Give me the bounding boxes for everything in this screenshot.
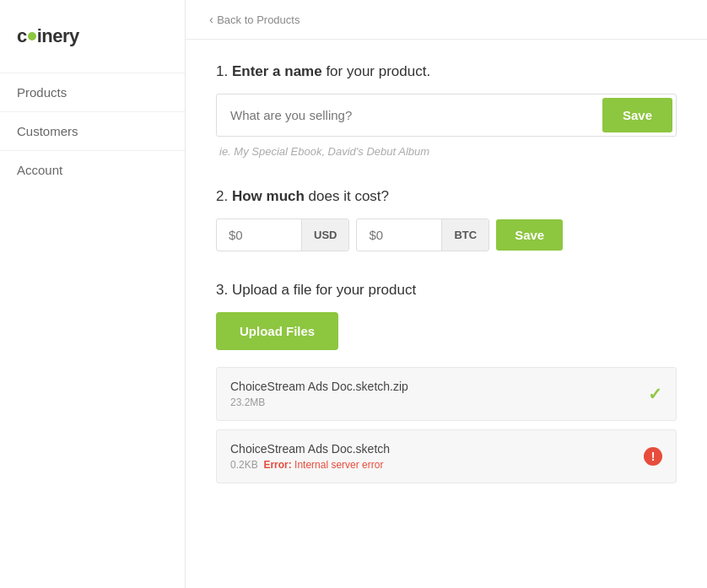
file-success-icon-0: ✓ <box>648 384 662 404</box>
step2-suffix: does it cost? <box>305 188 389 204</box>
sidebar-item-customers[interactable]: Customers <box>0 111 185 150</box>
product-name-input[interactable] <box>217 94 599 136</box>
logo-text-part2: inery <box>37 25 79 47</box>
usd-price-field: USD <box>216 218 349 251</box>
main-content: Back to Products 1. Enter a name for you… <box>186 0 707 588</box>
step1-section: 1. Enter a name for your product. Save i… <box>216 63 677 158</box>
sidebar-item-products[interactable]: Products <box>0 73 185 111</box>
sidebar: cinery Products Customers Account <box>0 0 186 588</box>
step1-suffix: for your product. <box>322 63 431 79</box>
file-error-icon-1: ! <box>644 447 662 466</box>
app-logo: cinery <box>17 25 168 47</box>
step1-heading: 1. Enter a name for your product. <box>216 63 677 80</box>
file-size-1: 0.2KB Error: Internal server error <box>230 459 644 471</box>
step1-prefix: 1. <box>216 63 232 79</box>
step3-heading: 3. Upload a file for your product <box>216 282 677 299</box>
breadcrumb-bar: Back to Products <box>186 0 707 40</box>
content-area: 1. Enter a name for your product. Save i… <box>186 40 707 537</box>
step2-heading: 2. How much does it cost? <box>216 188 677 205</box>
file-error-message-1: Internal server error <box>294 459 383 471</box>
file-item-0: ChoiceStream Ads Doc.sketch.zip 23.2MB ✓ <box>216 367 677 421</box>
file-error-label-1: Error: <box>263 459 291 471</box>
file-info-0: ChoiceStream Ads Doc.sketch.zip 23.2MB <box>230 380 648 408</box>
step2-section: 2. How much does it cost? USD BTC Save <box>216 188 677 251</box>
step3-section: 3. Upload a file for your product Upload… <box>216 282 677 483</box>
btc-currency-badge: BTC <box>441 219 488 251</box>
file-name-0: ChoiceStream Ads Doc.sketch.zip <box>230 380 648 393</box>
back-to-products-link[interactable]: Back to Products <box>209 13 300 26</box>
logo-dot-icon <box>28 32 36 40</box>
file-info-1: ChoiceStream Ads Doc.sketch 0.2KB Error:… <box>230 442 644 471</box>
file-size-0: 23.2MB <box>230 396 648 408</box>
step2-prefix: 2. <box>216 188 232 204</box>
btc-price-input[interactable] <box>357 219 441 251</box>
file-size-value-1: 0.2KB <box>230 459 258 471</box>
logo-text-part1: c <box>17 25 27 47</box>
product-name-row: Save <box>216 94 677 137</box>
usd-price-input[interactable] <box>217 219 301 251</box>
logo-area: cinery <box>0 17 185 73</box>
file-item-1: ChoiceStream Ads Doc.sketch 0.2KB Error:… <box>216 429 677 483</box>
step1-save-button[interactable]: Save <box>602 98 672 132</box>
price-row: USD BTC Save <box>216 218 677 251</box>
file-name-1: ChoiceStream Ads Doc.sketch <box>230 442 644 456</box>
btc-price-field: BTC <box>356 218 489 251</box>
upload-files-button[interactable]: Upload Files <box>216 312 338 350</box>
product-name-hint: ie. My Special Ebook, David's Debut Albu… <box>216 145 677 158</box>
step2-bold: How much <box>232 188 305 204</box>
step2-save-button[interactable]: Save <box>496 219 563 251</box>
usd-currency-badge: USD <box>301 219 348 251</box>
step1-bold: Enter a name <box>232 63 322 79</box>
sidebar-item-account[interactable]: Account <box>0 150 185 189</box>
